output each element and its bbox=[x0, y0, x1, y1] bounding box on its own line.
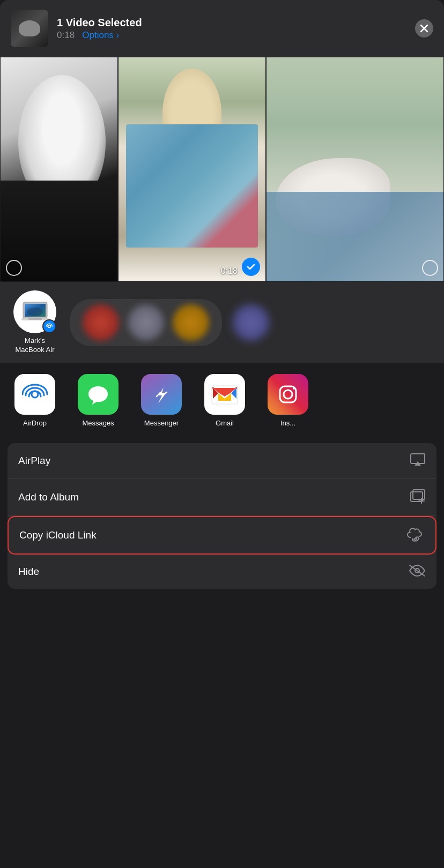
people-row: Mark'sMacBook Air bbox=[0, 282, 444, 363]
action-hide[interactable]: Hide bbox=[8, 555, 436, 589]
header-subtitle: 0:18 Options › bbox=[57, 30, 406, 41]
close-button[interactable] bbox=[415, 19, 433, 38]
apps-row: AirDrop Messages Messenger bbox=[0, 363, 444, 438]
thumbnail-image bbox=[11, 10, 48, 47]
header-title: 1 Video Selected bbox=[57, 17, 406, 29]
header-info: 1 Video Selected 0:18 Options › bbox=[57, 17, 406, 41]
photo-bg-1 bbox=[1, 57, 117, 281]
add-album-label: Add to Album bbox=[18, 491, 79, 503]
blurred-person-5 bbox=[233, 304, 269, 341]
app-item-messages[interactable]: Messages bbox=[74, 374, 122, 427]
messenger-bolt-icon bbox=[149, 382, 174, 407]
svg-point-15 bbox=[293, 387, 295, 390]
messages-bubble-icon bbox=[86, 382, 110, 407]
video-duration-badge: 0:18 bbox=[221, 266, 238, 276]
action-list: AirPlay Add to Album Copy iCloud Link bbox=[8, 443, 436, 589]
airdrop-app-icon bbox=[14, 374, 55, 415]
app-item-instagram[interactable]: Ins... bbox=[264, 374, 312, 427]
action-copy-icloud-link[interactable]: Copy iCloud Link bbox=[8, 516, 436, 555]
macbook-avatar bbox=[13, 290, 56, 333]
gmail-label: Gmail bbox=[216, 419, 234, 427]
photo-grid: 0:18 bbox=[0, 57, 444, 282]
messages-app-icon bbox=[78, 374, 119, 415]
macbook-label: Mark'sMacBook Air bbox=[16, 336, 55, 355]
photo-bg-2 bbox=[119, 57, 265, 281]
video-thumbnail bbox=[11, 10, 48, 47]
hide-label: Hide bbox=[18, 566, 39, 578]
svg-point-14 bbox=[284, 390, 292, 399]
app-item-airdrop[interactable]: AirDrop bbox=[11, 374, 59, 427]
photo-cell-1[interactable] bbox=[0, 57, 118, 282]
selection-circle-3[interactable] bbox=[422, 260, 438, 276]
selected-badge[interactable] bbox=[242, 258, 260, 276]
action-add-album[interactable]: Add to Album bbox=[8, 479, 436, 516]
checkmark-icon bbox=[246, 262, 256, 272]
photo-cell-2[interactable]: 0:18 bbox=[118, 57, 266, 282]
copy-icloud-link-label: Copy iCloud Link bbox=[19, 529, 97, 541]
hide-icon bbox=[409, 564, 426, 579]
action-airplay[interactable]: AirPlay bbox=[8, 443, 436, 479]
photo-bg-3 bbox=[267, 57, 443, 281]
share-header: 1 Video Selected 0:18 Options › bbox=[0, 0, 444, 57]
svg-rect-7 bbox=[28, 318, 42, 320]
instagram-label: Ins... bbox=[280, 419, 295, 427]
instagram-app-icon bbox=[268, 374, 308, 415]
close-icon bbox=[420, 24, 428, 33]
gmail-app-icon bbox=[204, 374, 245, 415]
airplay-icon bbox=[410, 453, 426, 469]
gmail-m-icon bbox=[211, 384, 239, 405]
copy-icloud-link-icon bbox=[406, 527, 425, 544]
svg-line-23 bbox=[410, 565, 425, 576]
airplay-label: AirPlay bbox=[18, 455, 50, 467]
messenger-app-icon bbox=[141, 374, 182, 415]
person-item-macbook[interactable]: Mark'sMacBook Air bbox=[11, 290, 59, 355]
messenger-label: Messenger bbox=[144, 419, 179, 427]
messages-label: Messages bbox=[82, 419, 114, 427]
airdrop-waves-icon bbox=[22, 381, 48, 407]
svg-point-5 bbox=[27, 308, 43, 316]
add-album-icon bbox=[410, 489, 426, 506]
airdrop-icon-small bbox=[46, 323, 53, 330]
blurred-contacts-pill bbox=[70, 299, 222, 346]
options-chevron: › bbox=[116, 30, 120, 40]
app-item-gmail[interactable]: Gmail bbox=[201, 374, 249, 427]
airdrop-label: AirDrop bbox=[23, 419, 47, 427]
instagram-camera-icon bbox=[276, 383, 300, 406]
photo-cell-3[interactable] bbox=[266, 57, 444, 282]
selection-circle-1[interactable] bbox=[6, 260, 22, 276]
airdrop-badge bbox=[42, 319, 56, 333]
blanket bbox=[126, 124, 258, 248]
video-duration: 0:18 bbox=[57, 30, 75, 40]
options-button[interactable]: Options bbox=[82, 30, 114, 40]
app-item-messenger[interactable]: Messenger bbox=[137, 374, 186, 427]
